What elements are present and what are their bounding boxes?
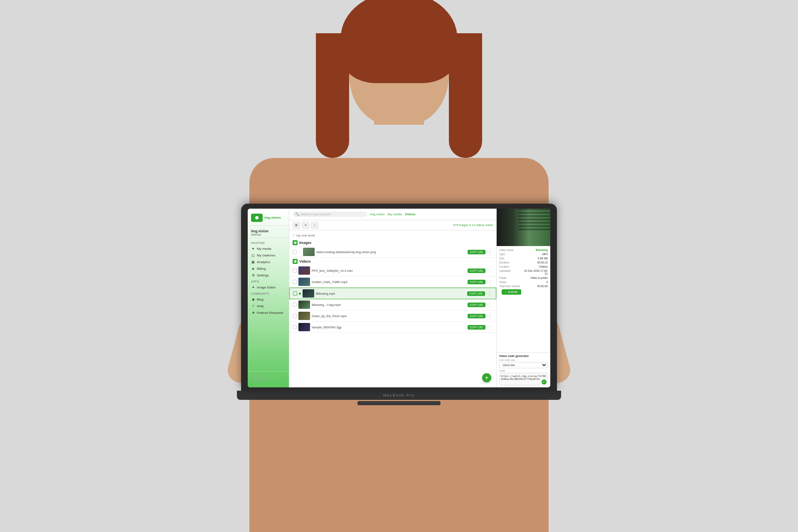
- sidebar-item-analytics[interactable]: ▦ Analytics: [248, 259, 289, 265]
- sidebar-subname: Mathias: [251, 233, 286, 236]
- location-row: Location /Videos: [499, 265, 548, 268]
- public-label: Public: [499, 276, 507, 279]
- main-content: 🔍 Search in your account img.vision › My…: [289, 209, 496, 387]
- settings-icon: ⚙: [251, 273, 255, 277]
- copy-url-button[interactable]: COPY URL: [468, 303, 485, 307]
- sort-btn[interactable]: ↕: [311, 222, 318, 229]
- breadcrumb-home[interactable]: img.vision: [370, 212, 385, 216]
- file-row[interactable]: sample_960x540.3gp COPY URL ⋮: [289, 322, 496, 333]
- sidebar-logo: img.vision: [248, 212, 289, 226]
- more-options-btn[interactable]: ⋮: [487, 324, 493, 330]
- more-options-btn[interactable]: ⋮: [487, 291, 493, 296]
- duration-value: 00:00:13: [537, 261, 548, 264]
- file-name: sample_960x540.3gp: [312, 325, 466, 329]
- up-arrow-icon: ↑: [293, 233, 295, 238]
- video-name-value: Billowing: [536, 249, 548, 251]
- copy-url-button[interactable]: COPY URL: [468, 250, 485, 254]
- type-value: MP4: [542, 253, 548, 256]
- logo-icon: [251, 214, 263, 222]
- laptop: img.vision img.vision Mathias HOSTING ♥ …: [241, 204, 557, 411]
- file-thumbnail: [298, 323, 310, 331]
- breadcrumb-media[interactable]: My media: [387, 212, 402, 216]
- file-checkbox[interactable]: [293, 268, 297, 273]
- copy-url-button[interactable]: COPY URL: [468, 280, 485, 284]
- type-row: Type MP4: [499, 253, 548, 256]
- up-one-level-btn[interactable]: ↑ Up one level: [289, 232, 496, 239]
- views-value: 0: [546, 281, 548, 283]
- total-time-row: Total time viewed 00:00:00: [499, 285, 548, 288]
- file-row[interactable]: Billowing - Copy.mp4 COPY URL ⋮: [289, 299, 496, 310]
- link-type-select[interactable]: Direct link: [499, 362, 548, 368]
- copy-url-button[interactable]: COPY URL: [468, 314, 485, 318]
- more-options-btn[interactable]: ⋮: [487, 279, 493, 285]
- file-row[interactable]: ··· video-hosting-dashboard-by-img.visio…: [289, 246, 496, 258]
- total-time-value: 00:00:00: [537, 285, 548, 288]
- size-value: 5.89 MB: [538, 257, 548, 260]
- sidebar-section-community: COMMUNITY: [248, 291, 289, 296]
- blog-icon: ◉: [251, 297, 255, 301]
- right-panel: Video name Billowing Type MP4 Size 5.89 …: [496, 209, 550, 387]
- more-options-btn[interactable]: ⋮: [487, 268, 493, 273]
- sidebar-item-blog[interactable]: ◉ Blog: [248, 296, 289, 303]
- uploaded-value: 22 Dec 2020 17:28:51: [523, 269, 548, 275]
- add-file-button[interactable]: +: [482, 373, 491, 382]
- video-name-label: Video name: [499, 249, 514, 251]
- laptop-screen: img.vision img.vision Mathias HOSTING ♥ …: [248, 209, 550, 387]
- search-box[interactable]: 🔍 Search in your account: [293, 212, 367, 217]
- more-options-btn[interactable]: ⋮: [487, 313, 493, 319]
- location-label: Location: [499, 265, 510, 268]
- sidebar-item-billing[interactable]: ◈ Billing: [248, 265, 289, 272]
- file-checkbox[interactable]: [293, 280, 297, 284]
- copy-url-button[interactable]: COPY URL: [468, 268, 485, 273]
- sidebar-item-my-media[interactable]: ♥ My media: [248, 245, 289, 252]
- sidebar-item-help[interactable]: ? Help: [248, 303, 289, 309]
- list-view-btn[interactable]: ≡: [302, 222, 309, 229]
- file-thumbnail: [298, 266, 310, 275]
- file-row-selected[interactable]: Billowing.mp4 COPY URL ⋮: [289, 288, 496, 299]
- sidebar-footer: NOTICE Third Party Licenses Privacy Poli…: [248, 371, 289, 384]
- duration-label: Duration: [499, 261, 510, 264]
- link-type-label: Link code type: [499, 359, 548, 361]
- file-row[interactable]: Golden_Gate_Traffic.mp4 COPY URL ⋮: [289, 276, 496, 288]
- sidebar-item-galleries[interactable]: ◫ My Galleries: [248, 252, 289, 259]
- file-checkbox[interactable]: [293, 325, 297, 329]
- more-options-btn[interactable]: ⋮: [487, 249, 493, 255]
- file-type-icon: ···: [298, 250, 301, 254]
- file-list: ↑ Up one level ▣ Images ···: [289, 230, 496, 335]
- analytics-icon: ▦: [251, 260, 255, 264]
- file-checkbox[interactable]: [293, 291, 297, 296]
- billing-icon: ◈: [251, 266, 255, 271]
- sidebar-item-feature-requests[interactable]: ★ Feature Requests: [248, 309, 289, 316]
- feature-requests-icon: ★: [251, 310, 255, 315]
- video-info-section: Video name Billowing Type MP4 Size 5.89 …: [497, 246, 550, 352]
- sidebar-section-apps: APPS: [248, 278, 289, 284]
- file-checkbox[interactable]: [293, 303, 297, 307]
- code-input[interactable]: [499, 373, 548, 385]
- copy-url-button[interactable]: COPY URL: [467, 291, 485, 296]
- sidebar-section-hosting: HOSTING: [248, 240, 289, 245]
- images-section-label: Images: [299, 241, 311, 245]
- breadcrumb-current: Videos: [405, 212, 416, 216]
- sidebar-username: img.vision: [251, 229, 286, 233]
- search-icon: 🔍: [295, 212, 299, 216]
- video-name-row: Video name Billowing: [499, 249, 548, 251]
- video-preview: [497, 209, 550, 246]
- heart-icon: ♥: [251, 246, 255, 251]
- code-copy-button[interactable]: ↩: [542, 379, 547, 384]
- file-checkbox[interactable]: [293, 250, 297, 254]
- images-section-icon: ▣: [293, 240, 298, 245]
- total-time-label: Total time viewed: [499, 285, 520, 288]
- file-row[interactable]: Down_by_the_River.mp4 COPY URL ⋮: [289, 310, 496, 322]
- images-section-header: ▣ Images: [289, 239, 496, 246]
- more-options-btn[interactable]: ⋮: [487, 302, 493, 308]
- grid-view-btn[interactable]: ⊞: [293, 222, 300, 229]
- sidebar-item-settings[interactable]: ⚙ Settings: [248, 272, 289, 278]
- copy-url-button[interactable]: COPY URL: [468, 325, 485, 330]
- file-name: Billowing.mp4: [316, 292, 466, 296]
- gallery-icon: ◫: [251, 253, 255, 257]
- size-label: Size: [499, 257, 505, 260]
- file-checkbox[interactable]: [293, 314, 297, 318]
- share-button[interactable]: ↑ SHARE: [502, 289, 521, 295]
- sidebar-item-image-editor[interactable]: ✦ Image Editor: [248, 284, 289, 291]
- file-row[interactable]: FPS_test_1080p50_14.2.mkv COPY URL ⋮: [289, 265, 496, 276]
